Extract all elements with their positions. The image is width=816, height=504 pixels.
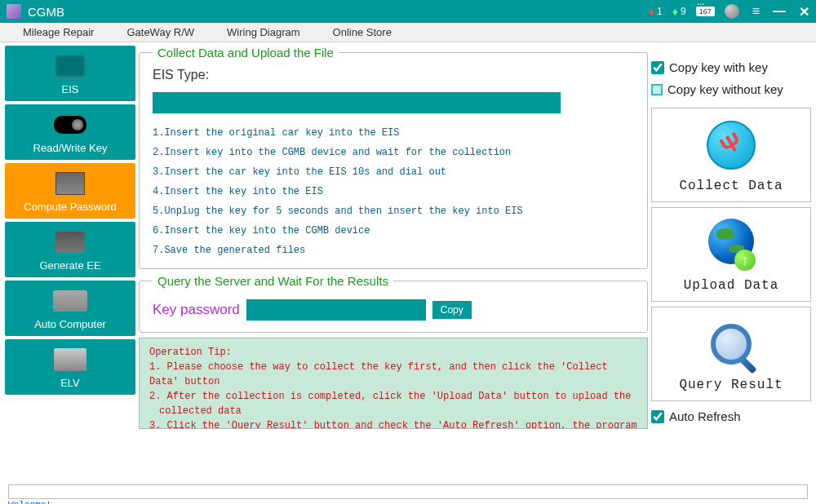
collect-data-panel: Collect Data and Upload the File EIS Typ… <box>139 46 648 269</box>
key-password-input[interactable] <box>246 299 426 321</box>
sidebar-item-elv[interactable]: ELV <box>5 339 135 395</box>
eis-icon <box>55 55 86 77</box>
collect-legend: Collect Data and Upload the File <box>153 46 339 60</box>
chip-icon <box>55 172 85 195</box>
step-text: 1.Insert the original car key into the E… <box>153 123 634 143</box>
upload-data-button[interactable]: ↑ Upload Data <box>651 207 811 302</box>
step-text: 2.Insert key into the CGMB device and wa… <box>153 143 634 162</box>
menu-icon[interactable]: ≡ <box>752 4 760 19</box>
sidebar-item-generate-ee[interactable]: Generate EE <box>5 222 135 277</box>
eis-type-label: EIS Type: <box>153 68 209 82</box>
step-text: 4.Insert the key into the EIS <box>153 182 634 201</box>
operation-tip-box[interactable]: Operation Tip: 1. Please choose the way … <box>139 338 648 429</box>
sidebar-item-label: Generate EE <box>39 259 100 272</box>
step-text: 6.Insert the key into the CGMB device <box>153 221 634 241</box>
step-text: 5.Unplug the key for 5 seconds and then … <box>153 201 634 221</box>
tip-line: 3. Click the 'Query Result' button and c… <box>149 418 637 429</box>
tip-line: 2. After the collection is completed, cl… <box>149 389 637 418</box>
sidebar-item-label: ELV <box>60 377 80 389</box>
menu-online-store[interactable]: Online Store <box>317 26 408 38</box>
query-legend: Query the Server and Wait For the Result… <box>153 274 393 288</box>
counter-badge: 167 <box>696 7 715 16</box>
sidebar-item-eis[interactable]: EIS <box>5 46 135 101</box>
right-panel: Copy key with key Copy key without key C… <box>651 46 811 483</box>
sidebar-item-read-write-key[interactable]: Read/Write Key <box>5 104 135 160</box>
tip-line: 1. Please choose the way to collect the … <box>149 360 637 389</box>
menubar: Mileage Repair GateWay R/W Wiring Diagra… <box>0 23 816 42</box>
minimize-button[interactable]: — <box>773 4 786 19</box>
step-text: 3.Insert the car key into the EIS 10s an… <box>153 162 634 182</box>
auto-refresh-option[interactable]: Auto Refresh <box>651 408 811 425</box>
usb-icon <box>707 121 756 170</box>
tip-title: Operation Tip: <box>149 345 637 360</box>
status-bar <box>8 484 808 499</box>
magnify-icon <box>711 324 752 365</box>
key-icon <box>54 116 86 134</box>
close-button[interactable]: ✕ <box>799 4 809 20</box>
key-password-label: Key password <box>153 302 240 318</box>
auto-refresh-checkbox[interactable] <box>651 410 664 423</box>
query-result-button[interactable]: Query Result <box>651 307 811 401</box>
upload-icon: ↑ <box>705 219 757 271</box>
copy-with-key-option[interactable]: Copy key with key <box>651 59 811 76</box>
eis-type-field[interactable] <box>153 92 561 113</box>
titlebar: CGMB ♦1 ♦9 167 ≡ — ✕ <box>0 0 816 23</box>
collect-data-button[interactable]: Collect Data <box>651 108 811 202</box>
menu-gateway-rw[interactable]: GateWay R/W <box>110 26 211 38</box>
sidebar-item-label: Compute Password <box>24 201 116 213</box>
menu-mileage-repair[interactable]: Mileage Repair <box>7 26 110 38</box>
copy-without-key-checkbox[interactable] <box>651 84 663 95</box>
copy-without-key-option[interactable]: Copy key without key <box>651 81 811 98</box>
menu-wiring-diagram[interactable]: Wiring Diagram <box>211 26 317 38</box>
gem-green-icon: ♦ <box>672 5 678 18</box>
app-icon <box>7 4 21 19</box>
sidebar-item-label: Auto Computer <box>34 318 105 330</box>
sidebar-item-compute-password[interactable]: Compute Password <box>5 163 135 219</box>
app-title: CGMB <box>28 5 639 19</box>
steps-list: 1.Insert the original car key into the E… <box>153 123 634 260</box>
gem-green-status: ♦9 <box>672 5 686 18</box>
globe-icon[interactable] <box>725 4 739 19</box>
ecu-icon <box>53 290 87 312</box>
copy-with-key-checkbox[interactable] <box>651 61 664 74</box>
gem-red-icon: ♦ <box>649 5 654 18</box>
copy-button[interactable]: Copy <box>432 301 472 319</box>
sidebar-item-auto-computer[interactable]: Auto Computer <box>5 281 135 336</box>
query-server-panel: Query the Server and Wait For the Result… <box>139 274 648 333</box>
sidebar: EIS Read/Write Key Compute Password Gene… <box>5 46 135 483</box>
printer-icon <box>55 232 85 253</box>
elv-icon <box>54 348 86 371</box>
gem-red-status: ♦1 <box>649 5 663 18</box>
step-text: 7.Save the generated files <box>153 241 634 260</box>
sidebar-item-label: EIS <box>62 83 79 95</box>
welcome-text: Welcome! <box>8 500 808 504</box>
sidebar-item-label: Read/Write Key <box>33 142 108 154</box>
